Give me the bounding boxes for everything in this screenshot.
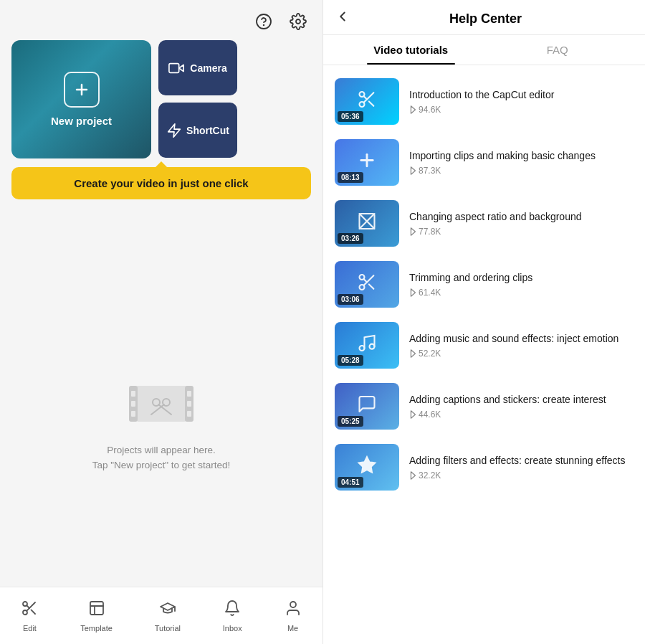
thumb-icon [357, 455, 377, 480]
settings-icon[interactable] [285, 9, 311, 34]
tutorial-info: Importing clips and making basic changes… [409, 149, 634, 176]
tutorial-views: 52.2K [409, 349, 634, 359]
one-click-label: Create your video in just one click [74, 177, 248, 189]
left-panel: New project Camera ShortCut Create your … [0, 0, 322, 644]
tab-video-label: Video tutorials [373, 44, 448, 56]
scissors-nav-icon [21, 600, 38, 621]
tutorial-thumb: 08:13 [335, 139, 399, 186]
svg-rect-14 [187, 401, 191, 407]
tutorials-list: 05:36 Introduction to the CapCut editor … [323, 65, 645, 644]
tutorial-info: Adding filters and effects: create stunn… [409, 454, 634, 481]
svg-rect-25 [90, 602, 103, 615]
template-nav-label: Template [80, 624, 113, 633]
film-icon-container [129, 382, 194, 432]
svg-point-28 [290, 602, 296, 607]
empty-line2: Tap "New project" to get started! [92, 458, 231, 473]
tutorial-nav-icon [159, 600, 176, 621]
nav-item-template[interactable]: Template [72, 594, 121, 638]
svg-point-49 [370, 344, 375, 349]
thumb-duration: 05:25 [338, 416, 363, 427]
inbox-nav-icon [224, 600, 241, 621]
tab-faq-label: FAQ [547, 44, 568, 56]
svg-rect-15 [187, 411, 191, 417]
tutorial-item[interactable]: 03:26 Changing aspect ratio and backgrou… [323, 193, 645, 254]
thumb-icon [357, 272, 377, 297]
thumb-duration: 08:13 [338, 172, 363, 183]
thumb-icon [357, 150, 377, 175]
nav-item-edit[interactable]: Edit [12, 594, 47, 638]
template-nav-icon [88, 600, 105, 621]
nav-item-inbox[interactable]: Inbox [214, 594, 251, 638]
tutorial-item[interactable]: 05:25 Adding captions and stickers: crea… [323, 376, 645, 437]
inbox-nav-label: Inbox [223, 624, 242, 633]
tutorial-item[interactable]: 08:13 Importing clips and making basic c… [323, 132, 645, 193]
thumb-duration: 05:28 [338, 355, 363, 366]
tutorial-info: Adding captions and stickers: create int… [409, 393, 634, 420]
tutorial-views: 44.6K [409, 409, 634, 420]
tab-faq[interactable]: FAQ [484, 35, 631, 65]
tutorial-info: Changing aspect ratio and background 77.… [409, 210, 634, 237]
new-project-button[interactable]: New project [11, 40, 151, 158]
svg-rect-13 [187, 391, 191, 397]
tutorial-title: Changing aspect ratio and background [409, 210, 634, 224]
shortcut-button[interactable]: ShortCut [158, 103, 237, 158]
nav-item-me[interactable]: Me [276, 594, 310, 638]
tutorial-title: Adding captions and stickers: create int… [409, 393, 634, 407]
tutorial-views: 94.6K [409, 105, 634, 115]
tutorial-title: Adding filters and effects: create stunn… [409, 454, 634, 468]
thumb-duration: 03:26 [338, 233, 363, 244]
tutorial-thumb: 03:06 [335, 261, 399, 308]
thumb-icon [357, 211, 377, 236]
tutorial-views: 77.8K [409, 227, 634, 237]
tutorial-views: 32.2K [409, 470, 634, 480]
tutorial-views: 87.3K [409, 166, 634, 176]
svg-line-45 [369, 284, 373, 288]
svg-point-0 [257, 14, 271, 29]
project-area: New project Camera ShortCut [0, 40, 322, 167]
thumb-icon [357, 333, 377, 358]
svg-marker-50 [411, 350, 415, 357]
me-nav-icon [285, 600, 302, 621]
tabs-row: Video tutorials FAQ [323, 35, 645, 65]
bottom-nav: Edit Template Tutorial [0, 587, 322, 644]
nav-item-tutorial[interactable]: Tutorial [146, 594, 189, 638]
tutorial-info: Trimming and ordering clips 61.4K [409, 271, 634, 298]
svg-line-33 [363, 95, 367, 99]
tutorial-thumb: 05:28 [335, 322, 399, 369]
tutorial-item[interactable]: 05:28 Adding music and sound effects: in… [323, 315, 645, 376]
back-button[interactable] [335, 9, 350, 29]
svg-point-48 [360, 346, 365, 351]
help-center-title: Help Center [359, 11, 612, 27]
tutorial-title: Importing clips and making basic changes [409, 149, 634, 164]
shortcut-label: ShortCut [186, 125, 229, 136]
camera-button[interactable]: Camera [158, 40, 237, 95]
tutorial-title: Adding music and sound effects: inject e… [409, 332, 634, 346]
right-header: Help Center [323, 0, 645, 35]
tutorial-nav-label: Tutorial [155, 624, 181, 633]
tutorial-title: Trimming and ordering clips [409, 271, 634, 285]
svg-point-2 [296, 19, 300, 24]
empty-text: Projects will appear here. Tap "New proj… [92, 443, 231, 473]
svg-rect-12 [131, 411, 135, 417]
svg-rect-11 [131, 401, 135, 407]
thumb-icon [357, 89, 377, 114]
svg-marker-6 [168, 123, 181, 136]
help-icon[interactable] [251, 9, 277, 34]
tab-video-tutorials[interactable]: Video tutorials [338, 35, 484, 65]
thumb-duration: 05:36 [338, 111, 363, 122]
tutorial-info: Introduction to the CapCut editor 94.6K [409, 88, 634, 115]
tutorial-item[interactable]: 04:51 Adding filters and effects: create… [323, 437, 645, 498]
tutorial-item[interactable]: 03:06 Trimming and ordering clips 61.4K [323, 254, 645, 315]
svg-marker-51 [411, 411, 415, 418]
svg-line-46 [363, 278, 367, 282]
tutorial-info: Adding music and sound effects: inject e… [409, 332, 634, 359]
thumb-icon [357, 394, 377, 419]
svg-rect-5 [169, 63, 179, 72]
plus-icon [64, 72, 100, 108]
svg-marker-52 [358, 456, 375, 472]
tutorial-thumb: 04:51 [335, 444, 399, 491]
svg-line-24 [27, 605, 30, 608]
thumb-duration: 04:51 [338, 477, 363, 488]
one-click-button[interactable]: Create your video in just one click [11, 167, 311, 199]
tutorial-item[interactable]: 05:36 Introduction to the CapCut editor … [323, 71, 645, 132]
